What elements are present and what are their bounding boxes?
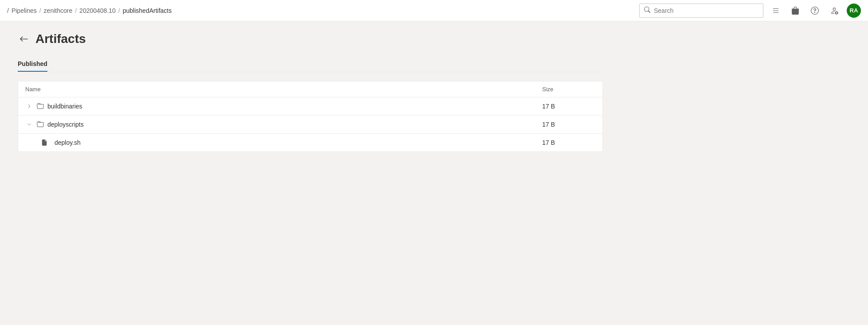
breadcrumb-sep-1: / — [39, 7, 41, 14]
avatar[interactable]: RA — [847, 4, 861, 18]
breadcrumb-item-2[interactable]: 20200408.10 — [79, 7, 116, 14]
row-size-buildbinaries: 17 B — [542, 103, 595, 110]
search-box[interactable] — [639, 4, 763, 18]
page-header: Artifacts — [18, 32, 603, 46]
row-name-deploy-sh: deploy.sh — [41, 139, 542, 146]
user-settings-icon[interactable] — [827, 4, 841, 18]
breadcrumb: / Pipelines / zenithcore / 20200408.10 /… — [7, 7, 172, 14]
bag-icon[interactable] — [788, 4, 802, 18]
row-size-deployscripts: 17 B — [542, 121, 595, 128]
folder-icon — [37, 121, 44, 128]
nav-right: RA — [639, 4, 861, 18]
expand-button-buildbinaries[interactable] — [25, 103, 33, 109]
main-content: Artifacts Published Name Size — [0, 21, 621, 162]
expand-button-deployscripts[interactable] — [25, 121, 33, 128]
row-label-deploy-sh: deploy.sh — [55, 139, 81, 146]
row-name-deployscripts: deployscripts — [25, 121, 542, 128]
table-row[interactable]: buildbinaries 17 B — [18, 97, 602, 116]
breadcrumb-item-0[interactable]: Pipelines — [12, 7, 37, 14]
list-icon[interactable] — [769, 4, 783, 18]
table-row[interactable]: deployscripts 17 B — [18, 116, 602, 134]
help-icon[interactable] — [808, 4, 822, 18]
breadcrumb-sep-3: / — [118, 7, 120, 14]
artifacts-table: Name Size buildbinaries 17 B — [18, 81, 603, 152]
file-icon — [41, 139, 47, 146]
breadcrumb-sep-2: / — [75, 7, 77, 14]
breadcrumb-sep-0: / — [7, 7, 9, 14]
col-header-name: Name — [25, 86, 542, 93]
back-button[interactable] — [18, 33, 30, 45]
page-title: Artifacts — [35, 32, 86, 46]
breadcrumb-item-3[interactable]: publishedArtifacts — [123, 7, 172, 14]
row-label-deployscripts: deployscripts — [47, 121, 84, 128]
tabs: Published — [18, 57, 603, 72]
col-header-size: Size — [542, 86, 595, 93]
row-name-buildbinaries: buildbinaries — [25, 103, 542, 110]
table-header: Name Size — [18, 81, 602, 97]
search-icon — [644, 7, 650, 15]
breadcrumb-item-1[interactable]: zenithcore — [44, 7, 73, 14]
search-input[interactable] — [654, 7, 759, 14]
top-nav: / Pipelines / zenithcore / 20200408.10 /… — [0, 0, 868, 21]
row-label-buildbinaries: buildbinaries — [47, 103, 82, 110]
row-size-deploy-sh: 17 B — [542, 139, 595, 146]
folder-icon — [37, 103, 44, 110]
tab-published[interactable]: Published — [18, 57, 47, 72]
table-row[interactable]: deploy.sh 17 B — [18, 134, 602, 151]
